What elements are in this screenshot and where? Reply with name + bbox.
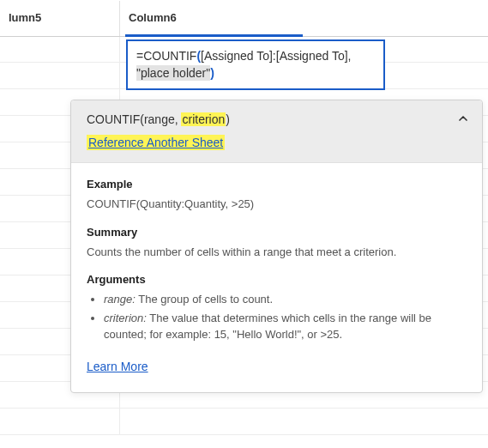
function-signature: COUNTIF(range, criterion) bbox=[87, 112, 467, 126]
arg-text-criterion: The value that determines which cells in… bbox=[104, 312, 431, 341]
arguments-heading: Arguments bbox=[87, 272, 467, 288]
summary-text: Counts the number of cells within a rang… bbox=[87, 245, 467, 261]
argument-item: range: The group of cells to count. bbox=[104, 292, 467, 308]
formula-range-ref: [Assigned To]:[Assigned To] bbox=[201, 49, 347, 63]
tooltip-header: COUNTIF(range, criterion) Reference Anot… bbox=[71, 100, 482, 163]
formula-criterion-str: "place holder" bbox=[136, 65, 210, 81]
argument-item: criterion: The value that determines whi… bbox=[104, 311, 467, 343]
formula-comma: , bbox=[348, 49, 352, 63]
sig-range: range bbox=[144, 112, 175, 126]
reference-another-sheet-link[interactable]: Reference Another Sheet bbox=[87, 135, 225, 150]
function-help-tooltip: COUNTIF(range, criterion) Reference Anot… bbox=[70, 100, 483, 393]
collapse-tooltip-button[interactable] bbox=[455, 111, 472, 128]
chevron-up-icon bbox=[456, 112, 470, 128]
learn-more-link[interactable]: Learn More bbox=[87, 358, 148, 378]
formula-close-paren: ) bbox=[210, 66, 214, 80]
formula-editor-cell[interactable]: =COUNTIF([Assigned To]:[Assigned To], "p… bbox=[126, 39, 385, 90]
formula-function-name: COUNTIF bbox=[143, 49, 196, 63]
summary-heading: Summary bbox=[87, 225, 467, 241]
sig-fn: COUNTIF bbox=[87, 112, 140, 126]
formula-equals: = bbox=[136, 49, 143, 63]
sig-criterion: criterion bbox=[181, 112, 226, 126]
spreadsheet-grid: lumn5 Column6 bbox=[0, 0, 488, 37]
example-heading: Example bbox=[87, 177, 467, 193]
column-header-5[interactable]: lumn5 bbox=[0, 1, 120, 36]
header-row: lumn5 Column6 bbox=[0, 1, 488, 37]
sig-close: ) bbox=[226, 112, 230, 126]
column-header-6[interactable]: Column6 bbox=[120, 1, 303, 36]
example-text: COUNTIF(Quantity:Quantity, >25) bbox=[87, 197, 467, 213]
arg-text-range: The group of cells to count. bbox=[136, 293, 273, 306]
arguments-list: range: The group of cells to count. crit… bbox=[87, 292, 467, 343]
arg-name-criterion: criterion: bbox=[104, 312, 147, 324]
arg-name-range: range: bbox=[104, 293, 136, 306]
tooltip-body: Example COUNTIF(Quantity:Quantity, >25) … bbox=[71, 163, 482, 392]
